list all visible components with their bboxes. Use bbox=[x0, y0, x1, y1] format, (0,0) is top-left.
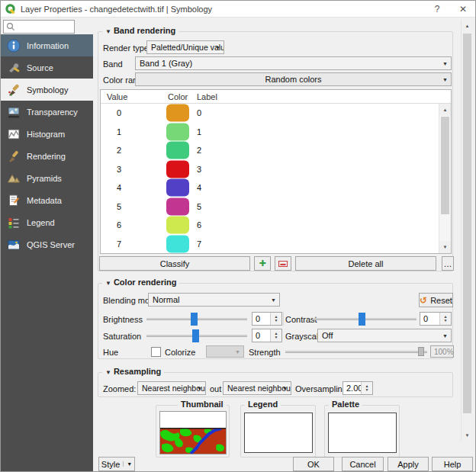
legend-title: Legend bbox=[245, 400, 281, 409]
value-cell: 7 bbox=[110, 239, 128, 249]
saturation-spinbox[interactable]: 0 ▲▼ bbox=[252, 329, 282, 342]
sidebar-item-pyramids[interactable]: Pyramids bbox=[1, 167, 93, 189]
colorize-label: Colorize bbox=[165, 348, 195, 357]
color-swatch[interactable] bbox=[166, 142, 189, 159]
spin-arrows-icon[interactable]: ▲▼ bbox=[361, 382, 372, 394]
color-swatch[interactable] bbox=[166, 123, 189, 140]
contrast-spinbox[interactable]: 0 ▲▼ bbox=[420, 312, 452, 326]
sidebar-item-qgis-server[interactable]: QGIS Server bbox=[1, 233, 93, 255]
remove-value-button[interactable]: ▬ bbox=[275, 256, 291, 271]
help-window-button[interactable]: ? bbox=[429, 2, 445, 16]
scroll-up-icon[interactable]: ▲ bbox=[462, 20, 473, 32]
table-header-row: Value Color Label bbox=[101, 90, 451, 104]
minus-icon: ▬ bbox=[278, 261, 288, 267]
histogram-icon bbox=[7, 127, 21, 141]
symbology-icon bbox=[7, 83, 21, 97]
label-cell: 7 bbox=[197, 239, 201, 249]
label-cell: 1 bbox=[197, 127, 201, 136]
table-row[interactable]: 3 3 bbox=[101, 160, 439, 179]
colorize-color-combo[interactable]: ▼ bbox=[206, 345, 244, 358]
sidebar-item-metadata[interactable]: Metadata bbox=[1, 189, 93, 211]
style-button[interactable]: Style ▼ bbox=[98, 457, 135, 471]
table-scrollbar[interactable]: ▲ ▼ bbox=[439, 104, 451, 253]
classify-button[interactable]: Classify bbox=[99, 256, 250, 271]
color-swatch[interactable] bbox=[166, 197, 189, 215]
brightness-spinbox[interactable]: 0 ▲▼ bbox=[252, 312, 282, 326]
grayscale-combo[interactable]: Off ▼ bbox=[317, 329, 452, 342]
strength-slider-thumb[interactable] bbox=[418, 347, 424, 356]
spin-arrows-icon[interactable]: ▲▼ bbox=[270, 329, 281, 342]
oversampling-spinbox[interactable]: 2.00 ▲▼ bbox=[343, 381, 373, 395]
color-swatch[interactable] bbox=[166, 179, 189, 197]
cancel-button[interactable]: Cancel bbox=[342, 457, 384, 471]
palette-preview bbox=[328, 413, 397, 453]
zoomed-out-combo[interactable]: Nearest neighbour ▼ bbox=[223, 381, 291, 395]
sidebar-item-source[interactable]: Source bbox=[1, 56, 93, 79]
main-scrollbar[interactable]: ▲ ▼ bbox=[461, 20, 473, 441]
plus-icon: ✚ bbox=[259, 258, 265, 268]
table-row[interactable]: 1 1 bbox=[101, 123, 439, 142]
table-row[interactable]: 4 4 bbox=[101, 178, 439, 197]
saturation-value: 0 bbox=[256, 331, 260, 340]
brightness-slider-thumb[interactable] bbox=[191, 313, 198, 326]
color-swatch[interactable] bbox=[166, 160, 189, 178]
strength-slider[interactable] bbox=[285, 351, 427, 353]
delete-all-button[interactable]: Delete all bbox=[295, 256, 436, 271]
strength-label: Strength bbox=[249, 348, 281, 357]
label-cell: 2 bbox=[197, 146, 201, 155]
table-scrollbar-thumb[interactable] bbox=[441, 117, 449, 214]
scroll-down-icon[interactable]: ▼ bbox=[439, 241, 451, 253]
band-rendering-group: ▼Band rendering Render type Paletted/Uni… bbox=[98, 31, 453, 271]
table-row[interactable]: 0 0 bbox=[101, 104, 439, 123]
reset-button[interactable]: ↺Reset bbox=[419, 293, 453, 307]
sidebar-item-information[interactable]: Information bbox=[1, 34, 93, 56]
oversampling-label: Oversampling bbox=[295, 384, 347, 393]
apply-button[interactable]: Apply bbox=[388, 457, 429, 471]
band-label: Band bbox=[103, 59, 123, 69]
table-row[interactable]: 2 2 bbox=[101, 141, 439, 160]
dropdown-arrow-icon: ▼ bbox=[215, 45, 220, 50]
sidebar-search-input[interactable] bbox=[3, 20, 75, 34]
help-button[interactable]: Help bbox=[432, 457, 473, 471]
color-ramp-combo[interactable]: Random colors ▼ bbox=[135, 72, 452, 86]
table-row[interactable]: 7 7 bbox=[101, 235, 439, 254]
more-options-button[interactable]: … bbox=[442, 256, 454, 271]
colorize-checkbox[interactable] bbox=[151, 347, 161, 357]
close-window-button[interactable]: ✕ bbox=[455, 2, 471, 16]
dropdown-arrow-icon: ▼ bbox=[282, 386, 288, 391]
sidebar-item-label: Metadata bbox=[27, 196, 62, 205]
value-color-table[interactable]: Value Color Label 0 0 1 1 2 2 bbox=[100, 89, 452, 254]
color-rendering-title[interactable]: ▼Color rendering bbox=[102, 278, 179, 287]
add-value-button[interactable]: ✚ bbox=[254, 256, 271, 271]
scroll-up-icon[interactable]: ▲ bbox=[439, 104, 451, 116]
resampling-title[interactable]: ▼Resampling bbox=[102, 367, 164, 376]
spin-arrows-icon[interactable]: ▲▼ bbox=[270, 313, 281, 325]
sidebar-item-rendering[interactable]: Rendering bbox=[1, 145, 93, 167]
spin-arrows-icon[interactable]: ▲▼ bbox=[439, 313, 451, 325]
sidebar-item-transparency[interactable]: Transparency bbox=[1, 101, 93, 123]
ok-button[interactable]: OK bbox=[293, 457, 334, 471]
search-icon bbox=[6, 22, 15, 31]
contrast-slider-thumb[interactable] bbox=[359, 313, 365, 326]
scroll-down-icon[interactable]: ▼ bbox=[462, 429, 473, 441]
color-swatch[interactable] bbox=[166, 217, 189, 234]
color-swatch[interactable] bbox=[166, 104, 189, 122]
reset-icon: ↺ bbox=[420, 295, 427, 306]
saturation-slider-thumb[interactable] bbox=[192, 329, 199, 342]
sidebar-item-legend[interactable]: Legend bbox=[1, 211, 93, 233]
strength-spinbox[interactable]: 100% bbox=[430, 345, 454, 358]
render-type-combo[interactable]: Paletted/Unique values ▼ bbox=[146, 40, 224, 54]
color-rendering-group: ▼Color rendering Blending mode Normal ▼ … bbox=[98, 283, 453, 359]
table-row[interactable]: 6 6 bbox=[101, 216, 439, 235]
main-scrollbar-thumb[interactable] bbox=[463, 34, 471, 413]
band-rendering-title[interactable]: ▼Band rendering bbox=[102, 26, 178, 35]
blending-mode-combo[interactable]: Normal ▼ bbox=[148, 293, 280, 307]
zoomed-out-label: out bbox=[210, 384, 221, 393]
band-combo[interactable]: Band 1 (Gray) ▼ bbox=[135, 56, 452, 70]
zoomed-in-combo[interactable]: Nearest neighbour ▼ bbox=[137, 381, 206, 395]
sidebar-item-symbology[interactable]: Symbology bbox=[1, 79, 93, 101]
sidebar-item-histogram[interactable]: Histogram bbox=[1, 123, 93, 145]
color-swatch[interactable] bbox=[166, 235, 189, 252]
table-row[interactable]: 5 5 bbox=[101, 197, 439, 217]
label-cell: 4 bbox=[197, 183, 201, 192]
